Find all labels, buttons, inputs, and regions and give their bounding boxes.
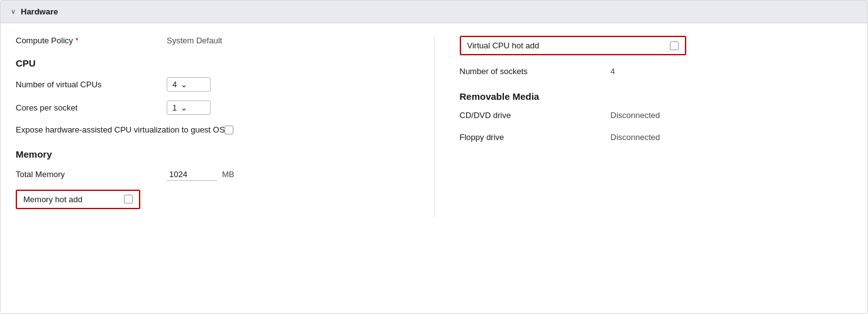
- cores-per-socket-arrow-icon: ⌄: [181, 103, 187, 112]
- floppy-value: Disconnected: [611, 133, 660, 142]
- memory-hot-add-label: Memory hot add: [23, 195, 124, 204]
- removable-media-title: Removable Media: [460, 91, 853, 102]
- floppy-row: Floppy drive Disconnected: [460, 133, 853, 142]
- num-sockets-row: Number of sockets 4: [460, 67, 853, 76]
- memory-section-title: Memory: [16, 149, 409, 160]
- total-memory-row: Total Memory MB: [16, 168, 409, 181]
- cores-per-socket-row: Cores per socket 1 ⌄: [16, 100, 409, 115]
- right-column: Virtual CPU hot add Number of sockets 4 …: [434, 36, 853, 218]
- memory-hot-add-checkbox[interactable]: [124, 195, 133, 203]
- cpu-section-title: CPU: [16, 58, 409, 68]
- left-column: Compute Policy System Default CPU Number…: [16, 36, 434, 218]
- vcpu-hot-add-row: Virtual CPU hot add: [460, 36, 686, 55]
- num-vcpus-dropdown[interactable]: 4 ⌄: [167, 77, 211, 92]
- num-sockets-value: 4: [611, 67, 615, 76]
- compute-policy-value: System Default: [167, 36, 222, 45]
- num-sockets-label: Number of sockets: [460, 67, 611, 76]
- expose-hw-checkbox[interactable]: [225, 126, 233, 134]
- section-header-title: Hardware: [21, 7, 58, 16]
- expose-hw-label: Expose hardware-assisted CPU virtualizat…: [16, 124, 225, 136]
- compute-policy-row: Compute Policy System Default: [16, 36, 409, 45]
- chevron-icon[interactable]: ∨: [11, 8, 16, 16]
- vcpu-hot-add-checkbox[interactable]: [670, 41, 679, 50]
- vcpu-hot-add-label: Virtual CPU hot add: [467, 41, 670, 50]
- cd-dvd-value: Disconnected: [611, 111, 660, 120]
- section-header[interactable]: ∨ Hardware: [1, 1, 867, 23]
- expose-hw-checkbox-wrapper: [225, 126, 233, 134]
- cd-dvd-label: CD/DVD drive: [460, 111, 611, 120]
- num-vcpus-row: Number of virtual CPUs 4 ⌄: [16, 77, 409, 92]
- cores-per-socket-label: Cores per socket: [16, 103, 167, 112]
- total-memory-input[interactable]: [167, 168, 217, 181]
- memory-hot-add-row: Memory hot add: [16, 190, 140, 209]
- compute-policy-label: Compute Policy: [16, 36, 167, 45]
- expose-hw-row: Expose hardware-assisted CPU virtualizat…: [16, 124, 409, 136]
- num-vcpus-label: Number of virtual CPUs: [16, 80, 167, 89]
- num-vcpus-arrow-icon: ⌄: [181, 80, 187, 89]
- section-body: Compute Policy System Default CPU Number…: [1, 23, 867, 230]
- total-memory-label: Total Memory: [16, 170, 167, 179]
- num-vcpus-selected: 4: [172, 80, 177, 89]
- memory-unit-label: MB: [222, 170, 235, 179]
- hardware-section: ∨ Hardware Compute Policy System Default…: [0, 0, 868, 314]
- cores-per-socket-dropdown[interactable]: 1 ⌄: [167, 100, 211, 115]
- floppy-label: Floppy drive: [460, 133, 611, 142]
- memory-hot-add-checkbox-wrapper: [124, 195, 133, 203]
- vcpu-hot-add-checkbox-wrapper: [670, 41, 679, 50]
- cores-per-socket-selected: 1: [172, 103, 177, 112]
- cd-dvd-row: CD/DVD drive Disconnected: [460, 111, 853, 120]
